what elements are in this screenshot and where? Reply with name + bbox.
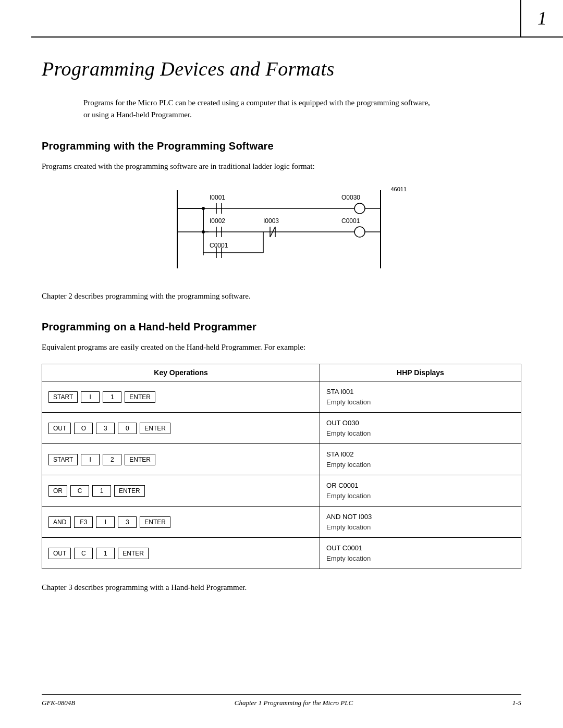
section2-para: Equivalent programs are easily created o… bbox=[42, 341, 433, 353]
key-row: STARTI2ENTER bbox=[48, 454, 313, 465]
section1-para: Programs created with the programming so… bbox=[42, 161, 433, 172]
key-ops-cell: ORC1ENTER bbox=[42, 475, 320, 507]
hhp-line2: Empty location bbox=[326, 522, 515, 533]
key-button[interactable]: ENTER bbox=[140, 516, 170, 528]
col-header-key-operations: Key Operations bbox=[42, 364, 320, 381]
svg-point-26 bbox=[354, 227, 365, 237]
svg-point-10 bbox=[354, 203, 365, 214]
key-button[interactable]: OUT bbox=[48, 548, 71, 559]
key-button[interactable]: ENTER bbox=[125, 454, 155, 465]
hhp-display-cell: OUT O030Empty location bbox=[320, 413, 521, 444]
key-button[interactable]: 3 bbox=[118, 516, 137, 528]
key-button[interactable]: OR bbox=[48, 485, 67, 497]
key-button[interactable]: O bbox=[74, 423, 93, 434]
hhp-display-text: OUT O030Empty location bbox=[326, 418, 515, 438]
key-button[interactable]: 1 bbox=[103, 391, 121, 403]
hhp-display-cell: OR C0001Empty location bbox=[320, 475, 521, 507]
footer-right: 1-5 bbox=[512, 699, 521, 707]
table-row: STARTI2ENTERSTA I002Empty location bbox=[42, 444, 521, 475]
svg-text:C0001: C0001 bbox=[210, 242, 228, 249]
footer-left: GFK-0804B bbox=[42, 699, 75, 707]
table-row: ANDF3I3ENTERAND NOT I003Empty location bbox=[42, 507, 521, 538]
hhp-line2: Empty location bbox=[326, 397, 515, 408]
table-row: OUTC1ENTEROUT C0001Empty location bbox=[42, 538, 521, 569]
hhp-display-text: STA I002Empty location bbox=[326, 449, 515, 470]
hhp-line1: STA I001 bbox=[326, 387, 515, 397]
top-rule bbox=[31, 36, 563, 38]
hhp-line1: STA I002 bbox=[326, 449, 515, 460]
hhp-display-text: OUT C0001Empty location bbox=[326, 543, 515, 563]
hhp-line2: Empty location bbox=[326, 553, 515, 564]
key-button[interactable]: START bbox=[48, 391, 78, 403]
key-button[interactable]: START bbox=[48, 454, 78, 465]
hhp-line1: OUT C0001 bbox=[326, 543, 515, 553]
key-row: OUTC1ENTER bbox=[48, 548, 313, 559]
footer: GFK-0804B Chapter 1 Programming for the … bbox=[42, 694, 521, 707]
ladder-svg: I0001 O0030 I0002 bbox=[162, 185, 401, 274]
key-button[interactable]: I bbox=[81, 391, 100, 403]
hhp-line2: Empty location bbox=[326, 491, 515, 501]
hhp-display-cell: OUT C0001Empty location bbox=[320, 538, 521, 569]
key-row: ANDF3I3ENTER bbox=[48, 516, 313, 528]
key-button[interactable]: F3 bbox=[74, 516, 93, 528]
hhp-display-text: AND NOT I003Empty location bbox=[326, 512, 515, 532]
chapter-number: 1 bbox=[537, 7, 547, 29]
key-button[interactable]: ENTER bbox=[114, 485, 145, 497]
intro-paragraph: Programs for the Micro PLC can be create… bbox=[83, 97, 438, 121]
ladder-diagram: 46011 I0001 O0030 bbox=[162, 185, 401, 274]
table-row: STARTI1ENTERSTA I001Empty location bbox=[42, 381, 521, 413]
footer-center: Chapter 1 Programming for the Micro PLC bbox=[75, 699, 512, 707]
key-row: OUTO30ENTER bbox=[48, 423, 313, 434]
key-ops-cell: OUTO30ENTER bbox=[42, 413, 320, 444]
section2-heading: Programming on a Hand-held Programmer bbox=[42, 321, 521, 333]
table-row: ORC1ENTEROR C0001Empty location bbox=[42, 475, 521, 507]
key-row: ORC1ENTER bbox=[48, 485, 313, 497]
svg-text:O0030: O0030 bbox=[341, 194, 360, 201]
chapter-number-block: 1 bbox=[521, 0, 563, 36]
key-button[interactable]: I bbox=[96, 516, 115, 528]
key-button[interactable]: I bbox=[81, 454, 100, 465]
hhp-display-cell: STA I001Empty location bbox=[320, 381, 521, 413]
hhp-display-cell: STA I002Empty location bbox=[320, 444, 521, 475]
section-handheld: Programming on a Hand-held Programmer Eq… bbox=[42, 321, 521, 594]
section-programming-software: Programming with the Programming Softwar… bbox=[42, 140, 521, 303]
hhp-line1: OR C0001 bbox=[326, 480, 515, 491]
key-ops-cell: STARTI2ENTER bbox=[42, 444, 320, 475]
svg-text:I0001: I0001 bbox=[210, 194, 225, 201]
col-header-hhp-displays: HHP Displays bbox=[320, 364, 521, 381]
key-button[interactable]: ENTER bbox=[118, 548, 149, 559]
key-ops-cell: ANDF3I3ENTER bbox=[42, 507, 320, 538]
svg-text:C0001: C0001 bbox=[341, 217, 360, 225]
key-button[interactable]: C bbox=[70, 485, 89, 497]
hhp-line1: AND NOT I003 bbox=[326, 512, 515, 522]
key-button[interactable]: C bbox=[74, 548, 93, 559]
key-button[interactable]: 2 bbox=[103, 454, 121, 465]
table-row: OUTO30ENTEROUT O030Empty location bbox=[42, 413, 521, 444]
key-ops-cell: STARTI1ENTER bbox=[42, 381, 320, 413]
key-button[interactable]: OUT bbox=[48, 423, 71, 434]
hhp-table: Key Operations HHP Displays STARTI1ENTER… bbox=[42, 364, 521, 569]
page-title: Programming Devices and Formats bbox=[42, 57, 521, 80]
hhp-display-cell: AND NOT I003Empty location bbox=[320, 507, 521, 538]
chapter3-ref: Chapter 3 describes programming with a H… bbox=[42, 582, 521, 594]
key-button[interactable]: 0 bbox=[118, 423, 137, 434]
hhp-display-text: STA I001Empty location bbox=[326, 387, 515, 407]
key-button[interactable]: 3 bbox=[96, 423, 115, 434]
chapter2-ref: Chapter 2 describes programming with the… bbox=[42, 290, 521, 302]
key-button[interactable]: AND bbox=[48, 516, 71, 528]
key-ops-cell: OUTC1ENTER bbox=[42, 538, 320, 569]
svg-text:I0003: I0003 bbox=[263, 217, 279, 225]
svg-point-38 bbox=[202, 207, 205, 210]
key-button[interactable]: 1 bbox=[96, 548, 115, 559]
svg-point-39 bbox=[202, 230, 205, 233]
key-row: STARTI1ENTER bbox=[48, 391, 313, 403]
section1-heading: Programming with the Programming Softwar… bbox=[42, 140, 521, 152]
key-button[interactable]: ENTER bbox=[140, 423, 170, 434]
key-button[interactable]: ENTER bbox=[125, 391, 155, 403]
ladder-diagram-wrap: 46011 I0001 O0030 bbox=[42, 185, 521, 274]
key-button[interactable]: 1 bbox=[92, 485, 111, 497]
hhp-line2: Empty location bbox=[326, 428, 515, 439]
hhp-line2: Empty location bbox=[326, 460, 515, 470]
svg-text:I0002: I0002 bbox=[210, 217, 225, 225]
hhp-line1: OUT O030 bbox=[326, 418, 515, 428]
